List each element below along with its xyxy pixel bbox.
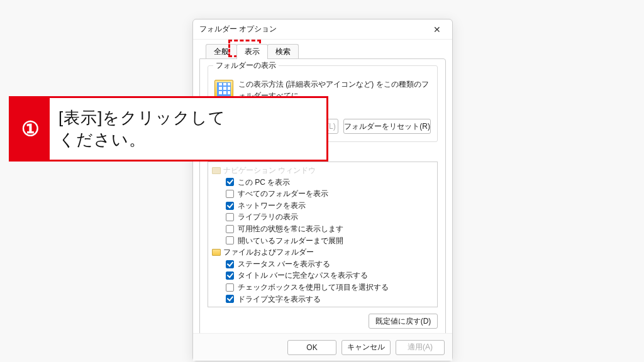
- folder-options-dialog: フォルダー オプション ✕ 全般 表示 検索 フォルダーの表示 この表示方法 (…: [192, 19, 453, 361]
- checkbox-icon[interactable]: [226, 225, 234, 233]
- cancel-button[interactable]: キャンセル: [341, 340, 391, 355]
- instruction-line2: ください。: [58, 129, 326, 151]
- checkbox-icon[interactable]: [226, 283, 234, 292]
- tree-category-files: ファイルおよびフォルダー: [212, 246, 433, 258]
- apply-button[interactable]: 適用(A): [396, 340, 445, 355]
- tree-item[interactable]: 可用性の状態を常に表示します: [226, 223, 433, 235]
- tree-item[interactable]: 開いているフォルダーまで展開: [226, 235, 433, 247]
- checkbox-icon[interactable]: [226, 202, 234, 210]
- checkbox-icon[interactable]: [226, 236, 234, 244]
- tree-item[interactable]: ドライブ文字を表示する: [226, 293, 433, 305]
- instruction-text: [表示]をクリックして ください。: [50, 98, 326, 160]
- folder-icon: [212, 249, 221, 256]
- advanced-settings-tree[interactable]: ナビゲーション ウィンドウ この PC を表示 すべてのフォルダーを表示 ネット…: [208, 162, 438, 307]
- restore-defaults-row: 既定値に戻す(D): [208, 314, 438, 329]
- tree-item[interactable]: ステータス バーを表示する: [226, 258, 433, 270]
- folder-icon: [212, 167, 221, 174]
- tab-general[interactable]: 全般: [206, 44, 237, 59]
- tree-item[interactable]: ライブラリの表示: [226, 211, 433, 223]
- tab-view[interactable]: 表示: [236, 44, 268, 59]
- tree-category-navigation-label: ナビゲーション ウィンドウ: [223, 165, 316, 177]
- checkbox-icon[interactable]: [226, 190, 234, 198]
- tree-item[interactable]: チェックボックスを使用して項目を選択する: [226, 282, 433, 293]
- close-icon[interactable]: ✕: [428, 21, 446, 38]
- tree-item[interactable]: すべてのフォルダーを表示: [226, 188, 433, 200]
- tree-category-navigation: ナビゲーション ウィンドウ: [212, 165, 433, 177]
- tree-item[interactable]: タイトル バーに完全なパスを表示する: [226, 270, 433, 282]
- tree-category-files-label: ファイルおよびフォルダー: [223, 246, 314, 258]
- files-children: ステータス バーを表示する タイトル バーに完全なパスを表示する チェックボック…: [226, 258, 433, 305]
- folder-view-group-label: フォルダーの表示: [213, 60, 279, 71]
- checkbox-icon[interactable]: [226, 272, 234, 280]
- titlebar: フォルダー オプション ✕: [193, 19, 452, 40]
- checkbox-icon[interactable]: [226, 260, 234, 268]
- checkbox-icon[interactable]: [226, 178, 234, 186]
- dialog-footer: OK キャンセル 適用(A): [193, 333, 452, 361]
- instruction-step-badge: ①: [11, 98, 50, 160]
- checkbox-icon[interactable]: [226, 213, 234, 221]
- instruction-callout: ① [表示]をクリックして ください。: [9, 96, 328, 162]
- nav-children: この PC を表示 すべてのフォルダーを表示 ネットワークを表示 ライブラリの表…: [226, 177, 433, 247]
- restore-defaults-button[interactable]: 既定値に戻す(D): [369, 314, 438, 329]
- instruction-line1: [表示]をクリックして: [58, 107, 326, 129]
- tab-strip: 全般 表示 検索: [206, 43, 446, 58]
- dialog-title: フォルダー オプション: [199, 24, 277, 35]
- tree-item[interactable]: ネットワークを表示: [226, 200, 433, 212]
- tab-search[interactable]: 検索: [267, 44, 299, 59]
- reset-folders-button[interactable]: フォルダーをリセット(R): [343, 119, 431, 134]
- tree-item[interactable]: この PC を表示: [226, 177, 433, 189]
- ok-button[interactable]: OK: [287, 340, 336, 355]
- dialog-body: 全般 表示 検索 フォルダーの表示 この表示方法 (詳細表示やアイコンなど) を…: [193, 40, 452, 361]
- checkbox-icon[interactable]: [226, 295, 234, 303]
